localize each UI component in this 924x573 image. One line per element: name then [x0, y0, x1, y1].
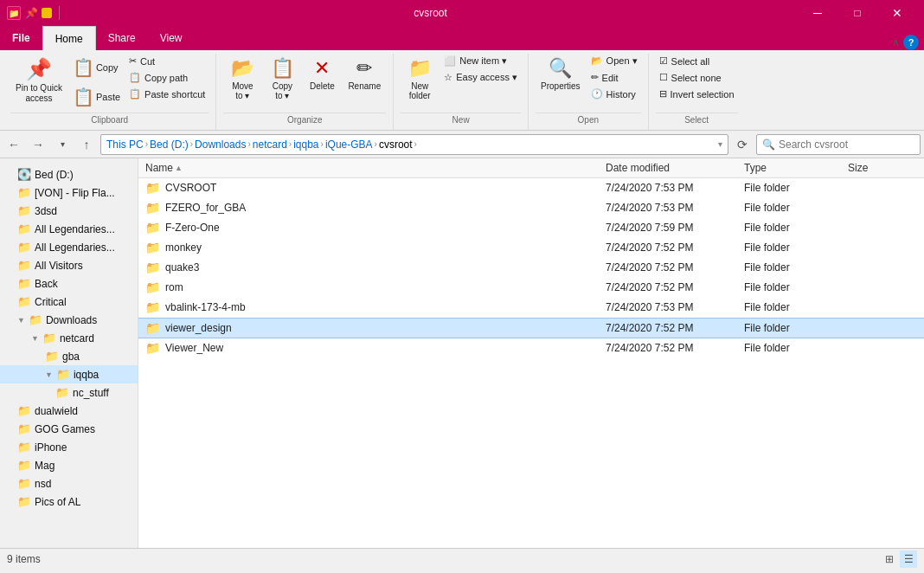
breadcrumb-downloads[interactable]: Downloads	[195, 138, 246, 151]
copy-path-button[interactable]: 📋 Copy path	[125, 70, 209, 85]
title-text: cvsroot	[63, 7, 798, 19]
pin-quick-access-button[interactable]: 📌 Pin to Quickaccess	[10, 54, 67, 107]
file-row[interactable]: 📁 monkey 7/24/2020 7:52 PM File folder	[138, 238, 924, 258]
search-input[interactable]	[779, 138, 914, 151]
title-controls[interactable]: ─ □ ✕	[798, 0, 917, 26]
chevron-up-icon[interactable]: ∧	[892, 36, 900, 48]
header-size[interactable]: Size	[848, 162, 917, 174]
new-content: 📁 Newfolder ⬜ New item ▾ ☆ Easy access ▾	[401, 54, 521, 111]
address-dropdown-btn[interactable]: ▾	[718, 139, 722, 149]
sidebar-item-netcard[interactable]: ▼ 📁 netcard	[0, 329, 138, 347]
rename-button[interactable]: ✏ Rename	[343, 54, 386, 94]
sidebar-item-gog[interactable]: 📁 GOG Games	[0, 420, 138, 438]
sidebar-item-bed[interactable]: 💽 Bed (D:)	[0, 165, 138, 183]
select-all-label: Select all	[671, 56, 710, 67]
paste-button[interactable]: 📋 Paste	[69, 83, 124, 111]
maximize-button[interactable]: □	[837, 0, 877, 26]
delete-button[interactable]: ✕ Delete	[303, 54, 341, 94]
header-type[interactable]: Type	[744, 162, 848, 174]
new-item-button[interactable]: ⬜ New item ▾	[440, 54, 521, 68]
cut-button[interactable]: ✂ Cut	[125, 54, 209, 68]
history-button[interactable]: 🕐 History	[587, 87, 641, 101]
easy-access-button[interactable]: ☆ Easy access ▾	[440, 70, 521, 85]
breadcrumb-pc[interactable]: This PC	[106, 138, 144, 151]
help-icon[interactable]: ?	[903, 35, 919, 50]
breadcrumb-cvsroot[interactable]: cvsroot	[379, 138, 413, 151]
sidebar-item-von[interactable]: 📁 [VON] - Flip Fla...	[0, 183, 138, 202]
recent-button[interactable]: ▾	[52, 134, 73, 155]
up-button[interactable]: ↑	[76, 134, 97, 155]
sidebar-label: GOG Games	[35, 423, 95, 435]
sidebar-label: iqqba	[74, 369, 99, 381]
invert-selection-button[interactable]: ⊟ Invert selection	[656, 87, 738, 101]
sidebar-item-all-leg1[interactable]: 📁 All Legendaries...	[0, 220, 138, 238]
sidebar-item-gba[interactable]: 📁 gba	[0, 347, 138, 365]
file-row[interactable]: 📁 FZERO_for_GBA 7/24/2020 7:53 PM File f…	[138, 198, 924, 218]
sidebar-item-3dsd[interactable]: 📁 3dsd	[0, 202, 138, 220]
breadcrumb-netcard[interactable]: netcard	[253, 138, 287, 151]
move-to-button[interactable]: 📂 Moveto ▾	[223, 54, 261, 104]
sidebar-item-pics[interactable]: 📁 Pics of AL	[0, 493, 138, 511]
clipboard-label: Clipboard	[10, 113, 209, 126]
close-button[interactable]: ✕	[877, 0, 917, 26]
ribbon-group-select: ☑ Select all ☐ Select none ⊟ Invert sele…	[649, 54, 745, 130]
folder-icon: 📁	[17, 277, 31, 290]
tab-share[interactable]: Share	[96, 26, 148, 50]
search-bar[interactable]: 🔍	[756, 134, 921, 155]
file-row[interactable]: 📁 quake3 7/24/2020 7:52 PM File folder	[138, 258, 924, 278]
sidebar-item-back[interactable]: 📁 Back	[0, 274, 138, 293]
properties-button[interactable]: 🔍 Properties	[536, 54, 586, 94]
tab-view[interactable]: View	[148, 26, 195, 50]
title-divider	[59, 6, 60, 20]
back-button[interactable]: ←	[3, 134, 24, 155]
select-all-button[interactable]: ☑ Select all	[656, 54, 738, 68]
sidebar-item-all-leg2[interactable]: 📁 All Legendaries...	[0, 238, 138, 256]
open-button[interactable]: 📂 Open ▾	[587, 54, 641, 68]
breadcrumb-bed[interactable]: Bed (D:)	[150, 138, 189, 151]
file-row-viewer-design[interactable]: 📁 viewer_design 7/24/2020 7:52 PM File f…	[138, 318, 924, 338]
paste-shortcut-button[interactable]: 📋 Paste shortcut	[125, 87, 209, 101]
header-name[interactable]: Name ▲	[145, 162, 606, 174]
sidebar-item-critical[interactable]: 📁 Critical	[0, 293, 138, 311]
sidebar-item-nsd[interactable]: 📁 nsd	[0, 474, 138, 493]
sidebar-item-iqqba[interactable]: ▼ 📁 iqqba	[0, 365, 138, 383]
select-none-button[interactable]: ☐ Select none	[656, 70, 738, 85]
easy-access-icon: ☆	[444, 72, 452, 83]
sidebar-item-visitors[interactable]: 📁 All Visitors	[0, 256, 138, 274]
file-row[interactable]: 📁 rom 7/24/2020 7:52 PM File folder	[138, 278, 924, 298]
details-view-button[interactable]: ⊞	[881, 550, 898, 568]
sidebar-item-nc-stuff[interactable]: 📁 nc_stuff	[0, 383, 138, 402]
tab-home[interactable]: Home	[42, 26, 96, 50]
file-list-header: Name ▲ Date modified Type Size	[138, 158, 924, 178]
breadcrumb-iqqba[interactable]: iqqba	[293, 138, 318, 151]
file-row[interactable]: 📁 Viewer_New 7/24/2020 7:52 PM File fold…	[138, 338, 924, 358]
minimize-button[interactable]: ─	[798, 0, 837, 26]
edit-button[interactable]: ✏ Edit	[587, 70, 641, 85]
sidebar-item-downloads[interactable]: ▼ 📁 Downloads	[0, 311, 138, 329]
refresh-button[interactable]: ⟳	[732, 134, 753, 155]
main-layout: 💽 Bed (D:) 📁 [VON] - Flip Fla... 📁 3dsd …	[0, 158, 924, 548]
copy-to-button[interactable]: 📋 Copyto ▾	[263, 54, 301, 104]
file-name-rom: 📁 rom	[145, 280, 606, 294]
copy-button[interactable]: 📋 Copy	[69, 54, 124, 81]
forward-button[interactable]: →	[28, 134, 48, 155]
sidebar-item-dualwield[interactable]: 📁 dualwield	[0, 402, 138, 420]
sidebar-item-iphone[interactable]: 📁 iPhone	[0, 438, 138, 456]
sidebar-item-mag[interactable]: 📁 Mag	[0, 456, 138, 474]
chevron-icon: ▼	[45, 370, 53, 379]
folder-icon: 📁	[17, 404, 31, 417]
nav-bar: ← → ▾ ↑ This PC › Bed (D:) › Downloads ›…	[0, 131, 924, 158]
file-row[interactable]: 📁 CVSROOT 7/24/2020 7:53 PM File folder	[138, 178, 924, 198]
sidebar-label: All Legendaries...	[35, 241, 115, 254]
new-folder-button[interactable]: 📁 Newfolder	[401, 54, 439, 104]
header-date[interactable]: Date modified	[606, 162, 744, 174]
address-bar[interactable]: This PC › Bed (D:) › Downloads › netcard…	[100, 134, 728, 155]
file-type-vbalink: File folder	[744, 301, 848, 313]
breadcrumb-ique-gba[interactable]: iQue-GBA	[325, 138, 373, 151]
clipboard-col2: ✂ Cut 📋 Copy path 📋 Paste shortcut	[125, 54, 209, 101]
file-row[interactable]: 📁 F-Zero-One 7/24/2020 7:59 PM File fold…	[138, 218, 924, 238]
tab-file[interactable]: File	[0, 26, 42, 50]
paste-shortcut-label: Paste shortcut	[144, 89, 205, 100]
file-row[interactable]: 📁 vbalink-173-4-mb 7/24/2020 7:53 PM Fil…	[138, 298, 924, 318]
list-view-button[interactable]: ☰	[900, 550, 917, 568]
